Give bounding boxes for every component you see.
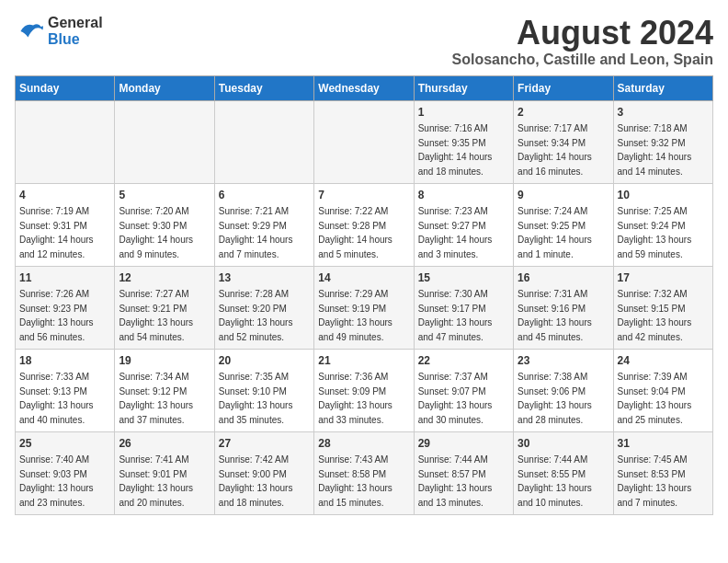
day-number: 6 bbox=[219, 188, 310, 203]
day-number: 26 bbox=[119, 436, 210, 452]
calendar-cell: 29Sunrise: 7:44 AM Sunset: 8:57 PM Dayli… bbox=[414, 431, 513, 514]
calendar-cell: 7Sunrise: 7:22 AM Sunset: 9:28 PM Daylig… bbox=[314, 183, 414, 266]
day-number: 20 bbox=[219, 353, 310, 369]
day-info: Sunrise: 7:21 AM Sunset: 9:29 PM Dayligh… bbox=[219, 206, 293, 259]
calendar-cell bbox=[314, 100, 414, 183]
day-info: Sunrise: 7:24 AM Sunset: 9:25 PM Dayligh… bbox=[518, 206, 592, 259]
day-info: Sunrise: 7:39 AM Sunset: 9:04 PM Dayligh… bbox=[618, 372, 692, 425]
day-info: Sunrise: 7:27 AM Sunset: 9:21 PM Dayligh… bbox=[119, 289, 193, 342]
day-number: 2 bbox=[518, 105, 609, 121]
calendar-cell: 14Sunrise: 7:29 AM Sunset: 9:19 PM Dayli… bbox=[314, 266, 414, 349]
day-number: 18 bbox=[19, 353, 110, 369]
calendar-cell: 11Sunrise: 7:26 AM Sunset: 9:23 PM Dayli… bbox=[16, 266, 115, 349]
header-wednesday: Wednesday bbox=[314, 75, 414, 100]
day-info: Sunrise: 7:22 AM Sunset: 9:28 PM Dayligh… bbox=[318, 206, 392, 259]
day-number: 1 bbox=[418, 105, 509, 121]
day-number: 21 bbox=[318, 353, 409, 369]
day-number: 25 bbox=[19, 436, 110, 452]
calendar-cell: 6Sunrise: 7:21 AM Sunset: 9:29 PM Daylig… bbox=[214, 183, 313, 266]
day-number: 19 bbox=[119, 353, 210, 369]
header-row: SundayMondayTuesdayWednesdayThursdayFrid… bbox=[16, 75, 713, 100]
day-info: Sunrise: 7:19 AM Sunset: 9:31 PM Dayligh… bbox=[19, 206, 94, 259]
calendar-cell: 9Sunrise: 7:24 AM Sunset: 9:25 PM Daylig… bbox=[514, 183, 613, 266]
day-info: Sunrise: 7:31 AM Sunset: 9:16 PM Dayligh… bbox=[518, 289, 592, 342]
day-number: 16 bbox=[518, 270, 609, 286]
calendar-cell: 15Sunrise: 7:30 AM Sunset: 9:17 PM Dayli… bbox=[414, 266, 513, 349]
calendar-body: 1Sunrise: 7:16 AM Sunset: 9:35 PM Daylig… bbox=[16, 100, 713, 514]
calendar-cell: 12Sunrise: 7:27 AM Sunset: 9:21 PM Dayli… bbox=[115, 266, 214, 349]
day-info: Sunrise: 7:45 AM Sunset: 8:53 PM Dayligh… bbox=[618, 454, 692, 508]
calendar-cell: 2Sunrise: 7:17 AM Sunset: 9:34 PM Daylig… bbox=[514, 100, 613, 183]
day-number: 9 bbox=[518, 188, 609, 203]
day-info: Sunrise: 7:43 AM Sunset: 8:58 PM Dayligh… bbox=[318, 454, 392, 508]
day-info: Sunrise: 7:41 AM Sunset: 9:01 PM Dayligh… bbox=[119, 454, 193, 508]
day-number: 30 bbox=[518, 436, 609, 452]
day-number: 10 bbox=[618, 188, 709, 203]
day-number: 28 bbox=[318, 436, 409, 452]
calendar-cell: 28Sunrise: 7:43 AM Sunset: 8:58 PM Dayli… bbox=[314, 431, 414, 514]
calendar-cell bbox=[16, 100, 115, 183]
day-info: Sunrise: 7:23 AM Sunset: 9:27 PM Dayligh… bbox=[418, 206, 493, 259]
day-info: Sunrise: 7:36 AM Sunset: 9:09 PM Dayligh… bbox=[318, 372, 392, 425]
day-info: Sunrise: 7:17 AM Sunset: 9:34 PM Dayligh… bbox=[518, 123, 592, 177]
calendar-cell: 17Sunrise: 7:32 AM Sunset: 9:15 PM Dayli… bbox=[613, 266, 712, 349]
calendar-cell: 3Sunrise: 7:18 AM Sunset: 9:32 PM Daylig… bbox=[613, 100, 712, 183]
logo-blue: Blue bbox=[48, 31, 103, 48]
calendar-cell: 24Sunrise: 7:39 AM Sunset: 9:04 PM Dayli… bbox=[613, 349, 712, 431]
day-number: 24 bbox=[618, 353, 709, 369]
calendar-title: August 2024 bbox=[452, 15, 714, 52]
day-info: Sunrise: 7:34 AM Sunset: 9:12 PM Dayligh… bbox=[119, 372, 193, 425]
calendar-header: SundayMondayTuesdayWednesdayThursdayFrid… bbox=[16, 75, 713, 100]
day-info: Sunrise: 7:32 AM Sunset: 9:15 PM Dayligh… bbox=[618, 289, 692, 342]
calendar-cell: 16Sunrise: 7:31 AM Sunset: 9:16 PM Dayli… bbox=[514, 266, 613, 349]
day-number: 13 bbox=[219, 270, 310, 286]
day-info: Sunrise: 7:44 AM Sunset: 8:57 PM Dayligh… bbox=[418, 454, 493, 508]
calendar-table: SundayMondayTuesdayWednesdayThursdayFrid… bbox=[15, 75, 713, 515]
calendar-cell: 22Sunrise: 7:37 AM Sunset: 9:07 PM Dayli… bbox=[414, 349, 513, 431]
day-info: Sunrise: 7:29 AM Sunset: 9:19 PM Dayligh… bbox=[318, 289, 392, 342]
day-info: Sunrise: 7:35 AM Sunset: 9:10 PM Dayligh… bbox=[219, 372, 293, 425]
calendar-cell bbox=[115, 100, 214, 183]
logo-icon bbox=[15, 17, 44, 46]
day-info: Sunrise: 7:28 AM Sunset: 9:20 PM Dayligh… bbox=[219, 289, 293, 342]
calendar-cell: 23Sunrise: 7:38 AM Sunset: 9:06 PM Dayli… bbox=[514, 349, 613, 431]
calendar-cell: 30Sunrise: 7:44 AM Sunset: 8:55 PM Dayli… bbox=[514, 431, 613, 514]
page-header: General Blue August 2024 Solosancho, Cas… bbox=[15, 15, 713, 68]
day-number: 31 bbox=[618, 436, 709, 452]
day-info: Sunrise: 7:38 AM Sunset: 9:06 PM Dayligh… bbox=[518, 372, 592, 425]
day-number: 12 bbox=[119, 270, 210, 286]
day-number: 3 bbox=[618, 105, 709, 121]
calendar-cell: 21Sunrise: 7:36 AM Sunset: 9:09 PM Dayli… bbox=[314, 349, 414, 431]
day-number: 17 bbox=[618, 270, 709, 286]
week-row-2: 4Sunrise: 7:19 AM Sunset: 9:31 PM Daylig… bbox=[16, 183, 713, 266]
header-monday: Monday bbox=[115, 75, 214, 100]
logo: General Blue bbox=[15, 15, 103, 47]
week-row-1: 1Sunrise: 7:16 AM Sunset: 9:35 PM Daylig… bbox=[16, 100, 713, 183]
day-info: Sunrise: 7:37 AM Sunset: 9:07 PM Dayligh… bbox=[418, 372, 493, 425]
calendar-cell: 1Sunrise: 7:16 AM Sunset: 9:35 PM Daylig… bbox=[414, 100, 513, 183]
day-info: Sunrise: 7:18 AM Sunset: 9:32 PM Dayligh… bbox=[618, 123, 692, 177]
day-info: Sunrise: 7:20 AM Sunset: 9:30 PM Dayligh… bbox=[119, 206, 193, 259]
header-thursday: Thursday bbox=[414, 75, 513, 100]
calendar-cell: 27Sunrise: 7:42 AM Sunset: 9:00 PM Dayli… bbox=[214, 431, 313, 514]
calendar-cell: 8Sunrise: 7:23 AM Sunset: 9:27 PM Daylig… bbox=[414, 183, 513, 266]
day-number: 8 bbox=[418, 188, 509, 203]
day-number: 29 bbox=[418, 436, 509, 452]
day-number: 4 bbox=[19, 188, 110, 203]
calendar-cell bbox=[214, 100, 313, 183]
calendar-cell: 25Sunrise: 7:40 AM Sunset: 9:03 PM Dayli… bbox=[16, 431, 115, 514]
logo-general: General bbox=[48, 15, 103, 31]
day-number: 7 bbox=[318, 188, 409, 203]
day-number: 14 bbox=[318, 270, 409, 286]
title-block: August 2024 Solosancho, Castille and Leo… bbox=[452, 15, 714, 68]
day-number: 27 bbox=[219, 436, 310, 452]
calendar-cell: 20Sunrise: 7:35 AM Sunset: 9:10 PM Dayli… bbox=[214, 349, 313, 431]
calendar-cell: 4Sunrise: 7:19 AM Sunset: 9:31 PM Daylig… bbox=[16, 183, 115, 266]
header-tuesday: Tuesday bbox=[214, 75, 313, 100]
calendar-cell: 10Sunrise: 7:25 AM Sunset: 9:24 PM Dayli… bbox=[613, 183, 712, 266]
calendar-cell: 31Sunrise: 7:45 AM Sunset: 8:53 PM Dayli… bbox=[613, 431, 712, 514]
day-info: Sunrise: 7:25 AM Sunset: 9:24 PM Dayligh… bbox=[618, 206, 692, 259]
calendar-cell: 5Sunrise: 7:20 AM Sunset: 9:30 PM Daylig… bbox=[115, 183, 214, 266]
day-info: Sunrise: 7:40 AM Sunset: 9:03 PM Dayligh… bbox=[19, 454, 94, 508]
calendar-cell: 13Sunrise: 7:28 AM Sunset: 9:20 PM Dayli… bbox=[214, 266, 313, 349]
